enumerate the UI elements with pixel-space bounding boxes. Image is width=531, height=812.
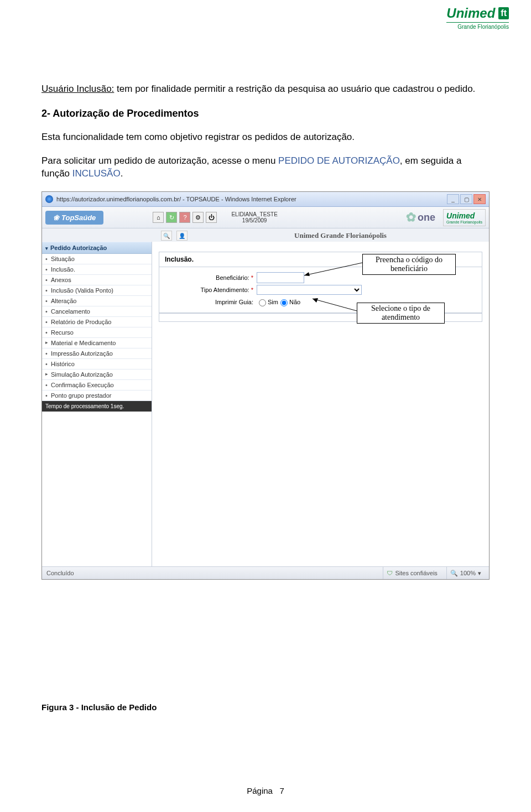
exit-icon[interactable]: ⏻ — [206, 212, 217, 223]
sidebar: Pedido Autorização Situação Inclusão. An… — [42, 242, 152, 567]
imprimir-label: Imprimir Guia: — [159, 299, 257, 305]
status-zoom[interactable]: 🔍 100% ▾ — [446, 567, 485, 579]
paragraph-objetivo: Esta funcionalidade tem como objetivo re… — [41, 131, 490, 144]
sidebar-item-situacao[interactable]: Situação — [42, 254, 152, 264]
brand-subtitle: Grande Florianópolis — [446, 22, 509, 30]
beneficiario-label: Beneficiário: * — [159, 274, 257, 281]
document-content: Usuário Inclusão: tem por finalidade per… — [41, 83, 490, 580]
paragraph-instrucao: Para solicitar um pedido de autorização,… — [41, 155, 490, 180]
menu-name-inclusao: INCLUSÃO — [72, 168, 121, 179]
sidebar-item-ponto-grupo[interactable]: Ponto grupo prestador — [42, 391, 152, 401]
sidebar-item-confirmacao[interactable]: Confirmação Execução — [42, 380, 152, 391]
zoom-icon: 🔍 — [450, 570, 458, 577]
close-button[interactable]: ✕ — [473, 194, 486, 204]
section-title: 2- Autorização de Procedimentos — [41, 107, 490, 120]
center-brand: Unimed Grande Florianópolis — [192, 231, 489, 240]
sidebar-item-historico[interactable]: Histórico — [42, 359, 152, 369]
sidebar-item-rel-producao[interactable]: Relatório de Produção — [42, 317, 152, 327]
user-block: ELIDIANA_TESTE 19/5/2009 — [231, 211, 277, 223]
app-subtoolbar: 🔍 👤 Unimed Grande Florianópolis — [42, 228, 489, 243]
status-zone: 🛡 Sites confiáveis — [383, 567, 440, 579]
imprimir-nao-radio[interactable] — [280, 299, 288, 306]
status-text: Concluído — [46, 570, 74, 576]
tool-icon-1[interactable]: 🔍 — [161, 231, 172, 241]
user-date: 19/5/2009 — [231, 217, 277, 223]
topsaude-logo: TopSaúde — [45, 211, 103, 225]
home-icon[interactable]: ⌂ — [153, 212, 164, 223]
paragraph-usuario-inclusao: Usuário Inclusão: tem por finalidade per… — [41, 83, 490, 96]
help-icon[interactable]: ? — [179, 212, 190, 223]
refresh-icon[interactable]: ↻ — [166, 212, 177, 223]
brand-name: Unimed — [446, 6, 495, 21]
figure-caption: Figura 3 - Inclusão de Pedido — [41, 702, 157, 712]
sidebar-item-recurso[interactable]: Recurso — [42, 327, 152, 338]
callout-beneficiario: Preencha o código do beneficiário — [362, 254, 456, 275]
chevron-down-icon: ▾ — [478, 570, 481, 577]
sidebar-item-impressao[interactable]: Impressão Autorização — [42, 348, 152, 359]
sidebar-section-header[interactable]: Pedido Autorização — [42, 242, 152, 254]
term-usuario-inclusao: Usuário Inclusão: — [41, 84, 114, 94]
settings-icon[interactable]: ⚙ — [192, 212, 204, 223]
status-conf: Sites confiáveis — [395, 570, 437, 576]
window-title: https://autorizador.unimedflorianopolis.… — [56, 196, 296, 202]
brand-box: ft — [498, 7, 509, 19]
page-number: Página 7 — [0, 786, 531, 795]
statusbar: Concluído 🛡 Sites confiáveis 🔍 100% ▾ — [42, 566, 489, 579]
one-logo: ✿ one — [406, 210, 435, 225]
imprimir-sim-text: Sim — [268, 299, 278, 305]
sidebar-item-cancelamento[interactable]: Cancelamento — [42, 306, 152, 317]
unimed-mini-logo: Unimed Grande Florianópolis — [443, 209, 486, 226]
main-area: Inclusão. Beneficiário: * Tipo Atendimen… — [152, 242, 489, 567]
sidebar-item-inclusao-ponto[interactable]: Inclusão (Valida Ponto) — [42, 285, 152, 296]
callout-tipo: Selecione o tipo de atendimento — [357, 303, 445, 324]
user-name: ELIDIANA_TESTE — [231, 211, 277, 217]
beneficiario-input[interactable] — [257, 272, 304, 283]
brand-header: Unimed ft Grande Florianópolis — [446, 6, 509, 30]
toolbar-icons: ⌂ ↻ ? ⚙ ⏻ — [153, 212, 217, 223]
sidebar-item-anexos[interactable]: Anexos — [42, 275, 152, 285]
minimize-button[interactable]: _ — [447, 194, 459, 204]
tipo-atend-select[interactable] — [257, 285, 362, 295]
tipo-atend-label: Tipo Atendimento: * — [159, 287, 257, 293]
sidebar-footer: Tempo de processamento 1seg. — [42, 401, 152, 412]
screenshot-frame: https://autorizador.unimedflorianopolis.… — [41, 191, 490, 580]
menu-name-pedido: PEDIDO DE AUTORIZAÇÃO — [278, 155, 400, 166]
shield-icon: 🛡 — [387, 570, 393, 576]
tool-icon-2[interactable]: 👤 — [176, 231, 188, 241]
sidebar-item-material[interactable]: Material e Medicamento — [42, 338, 152, 348]
ie-icon — [45, 195, 53, 203]
sidebar-item-alteracao[interactable]: Alteração — [42, 296, 152, 306]
sidebar-item-inclusao[interactable]: Inclusão. — [42, 264, 152, 275]
sidebar-item-simulacao[interactable]: Simulação Autorização — [42, 369, 152, 380]
window-titlebar: https://autorizador.unimedflorianopolis.… — [42, 192, 489, 207]
maximize-button[interactable]: ▢ — [460, 194, 472, 204]
imprimir-sim-radio[interactable] — [259, 299, 266, 306]
app-toolbar: TopSaúde ⌂ ↻ ? ⚙ ⏻ ELIDIANA_TESTE 19/5/2… — [42, 207, 489, 228]
fan-icon: ✿ — [406, 210, 416, 225]
imprimir-nao-text: Não — [289, 299, 300, 305]
